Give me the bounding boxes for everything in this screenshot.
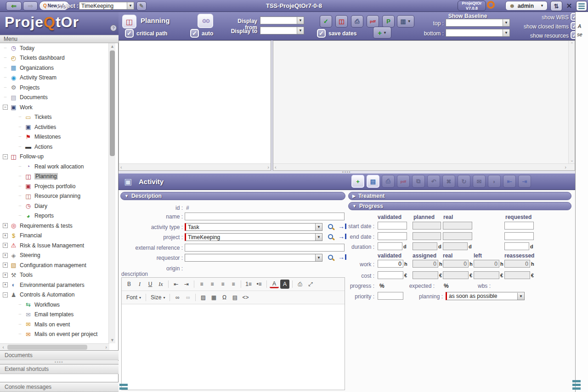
menu-vertical-scrollbar[interactable]: ▲ ▼ — [108, 43, 115, 343]
scroll-right-icon[interactable]: › — [103, 344, 109, 351]
version-badge[interactable]: ProjeQtOr V7.0.8 — [458, 0, 486, 11]
align-right-icon[interactable]: ≡ — [218, 280, 227, 289]
menu-item-documents[interactable]: ┄▤Documents — [0, 93, 109, 103]
collapse-icon[interactable]: − — [3, 154, 8, 159]
menu-item-resource-planning[interactable]: ┄◫Resource planning — [0, 191, 109, 202]
new-button[interactable]: + — [351, 175, 364, 188]
ordered-list-icon[interactable]: 1≡ — [244, 280, 253, 289]
start-date-validated-input[interactable] — [378, 222, 407, 230]
priority-input[interactable] — [378, 292, 403, 300]
goto-detail-icon[interactable]: → — [338, 224, 346, 229]
console-messages-panel-header[interactable]: Console messages — [0, 382, 119, 392]
scroll-left-icon[interactable]: ‹ — [120, 164, 122, 170]
indent-increase-icon[interactable]: ⇥ — [182, 280, 191, 289]
editor-content-area[interactable] — [122, 304, 345, 378]
end-date-requested-input[interactable] — [504, 232, 534, 240]
image-icon[interactable]: ▨ — [198, 293, 208, 302]
underline-icon[interactable]: U — [146, 280, 155, 289]
help-icon[interactable]: ? — [110, 25, 117, 31]
menu-item-work[interactable]: −▣Work — [0, 102, 109, 112]
menu-item-workflows[interactable]: ┄⇆Workflows — [0, 300, 109, 310]
scroll-down-icon[interactable]: ▼ — [109, 337, 116, 343]
menu-item-mails-on-event-per-project[interactable]: ┄✉Mails on event per project — [0, 330, 109, 340]
print-icon[interactable]: ⎙ — [295, 280, 305, 289]
align-center-icon[interactable]: ≡ — [208, 280, 217, 289]
expand-icon[interactable]: + — [3, 263, 8, 268]
display-to-select[interactable]: ▼ — [260, 27, 304, 34]
menu-item-follow-up[interactable]: −◫Follow-up — [0, 152, 109, 162]
cost-validated-input[interactable] — [378, 271, 403, 279]
menu-item-mails-on-event[interactable]: ┄✉Mails on event — [0, 319, 109, 330]
project-field-select[interactable]: TimeKeeping ▼ — [185, 233, 322, 241]
add-element-button[interactable]: + ▼ — [373, 27, 391, 39]
collapse-icon[interactable]: − — [3, 292, 8, 297]
special-char-icon[interactable]: Ω — [220, 293, 229, 302]
menu-item-requirements-tests[interactable]: +◎Requirements & tests — [0, 221, 109, 231]
menu-item-activity-stream[interactable]: ┄◉Activity Stream — [0, 73, 109, 83]
treatment-section-header[interactable]: ▶ Treatment — [348, 192, 571, 200]
menu-item-financial[interactable]: +$Financial — [0, 231, 109, 241]
menu-item-reports[interactable]: ┄◕Reports — [0, 211, 109, 221]
work-validated-input[interactable] — [378, 260, 403, 268]
description-section-header[interactable]: ▼ Description — [120, 192, 345, 200]
scrollbar-thumb[interactable] — [110, 50, 115, 156]
menu-item-environmental-parameters[interactable]: +◐Environmental parameters — [0, 280, 109, 290]
menu-item-organizations[interactable]: ┄▦Organizations — [0, 63, 109, 73]
unlink-icon[interactable]: ∞ — [183, 293, 192, 302]
duration-validated-input[interactable] — [378, 242, 402, 250]
menu-item-risk-issue-management[interactable]: +⚠Risk & Issue Management — [0, 241, 109, 251]
export-msproject-button[interactable]: P — [382, 15, 395, 28]
chevron-down-icon[interactable]: ▼ — [517, 293, 524, 300]
menu-item-milestones[interactable]: ┄⚑Milestones — [0, 132, 109, 142]
name-input[interactable] — [185, 213, 345, 220]
menu-item-planning[interactable]: ┄◫Planning — [0, 172, 109, 182]
indent-decrease-icon[interactable]: ⇤ — [171, 280, 181, 289]
source-icon[interactable]: <> — [241, 293, 250, 302]
scroll-right-icon[interactable]: › — [267, 164, 269, 170]
goto-detail-icon[interactable]: → — [338, 254, 346, 260]
progress-section-header[interactable]: ▼ Progress — [348, 202, 571, 210]
expand-icon[interactable]: + — [3, 233, 8, 238]
auto-gears-button[interactable]: ⚙⚙ — [198, 14, 213, 28]
menu-item-activities[interactable]: ┄▣Activities — [0, 122, 109, 132]
scroll-right-icon[interactable]: › — [565, 164, 566, 170]
save-dates-option[interactable]: ✓ save dates — [317, 29, 356, 38]
columns-selector-button[interactable]: ▥ ▼ — [397, 15, 414, 28]
align-justify-icon[interactable]: ≡ — [229, 280, 238, 289]
critical-path-option[interactable]: ✓ critical path — [125, 29, 167, 38]
external-shortcuts-panel-header[interactable]: External shortcuts — [0, 364, 119, 374]
bottom-left-splitter-handle[interactable] — [119, 384, 128, 390]
text-color-icon[interactable]: A — [270, 280, 279, 288]
menu-item-diary[interactable]: ┄◷Diary — [0, 201, 109, 211]
end-date-validated-input[interactable] — [378, 232, 407, 240]
chevron-down-icon[interactable]: ▼ — [315, 254, 322, 261]
bg-color-icon[interactable]: A — [280, 280, 289, 289]
gantt-chart-hscrollbar[interactable]: ‹ › — [273, 163, 575, 170]
gantt-chart-vscrollbar[interactable]: ⌃ ⌄ — [568, 41, 575, 163]
font-dropdown[interactable]: Font▾ — [124, 294, 143, 301]
maximize-icon[interactable]: ⤢ — [306, 280, 315, 289]
scroll-up-icon[interactable]: ▲ — [109, 43, 116, 50]
remove-format-icon[interactable]: Ix — [156, 280, 165, 289]
planning-icon-button[interactable]: ◫ — [122, 15, 136, 28]
print-button[interactable]: ⎙ — [351, 15, 363, 28]
menu-item-steering[interactable]: +◈Steering — [0, 251, 109, 261]
menu-item-projects-portfolio[interactable]: ┄▣Projects portfolio — [0, 181, 109, 191]
panel-splitter[interactable]: ▪▪▪▪ — [0, 361, 119, 364]
chevron-down-icon[interactable]: ▼ — [315, 234, 322, 241]
gantt-table-hscrollbar[interactable]: ‹ › — [119, 163, 271, 170]
external-reference-input[interactable] — [185, 244, 345, 252]
menu-item-tickets-dashboard[interactable]: ┄◴Tickets dashboard — [0, 53, 109, 63]
menu-item-controls-automation[interactable]: −♟Controls & Automation — [0, 290, 109, 300]
reset-planning-button[interactable]: ◫ — [335, 15, 348, 28]
menu-item-configuration-management[interactable]: +▧Configuration management — [0, 260, 109, 270]
search-icon[interactable] — [328, 234, 333, 239]
menu-item-actions[interactable]: ┄▬Actions — [0, 142, 109, 152]
scrollbar-thumb[interactable] — [7, 345, 87, 350]
scroll-up-icon[interactable]: ⌃ — [569, 42, 575, 46]
expand-icon[interactable]: + — [3, 253, 8, 258]
unordered-list-icon[interactable]: •≡ — [254, 280, 264, 289]
menu-item-real-work-allocation[interactable]: ┄◔Real work allocation — [0, 162, 109, 172]
save-planning-button[interactable]: ✓ — [320, 15, 332, 28]
user-menu-button[interactable]: ☻ admin ▼ — [505, 1, 548, 11]
